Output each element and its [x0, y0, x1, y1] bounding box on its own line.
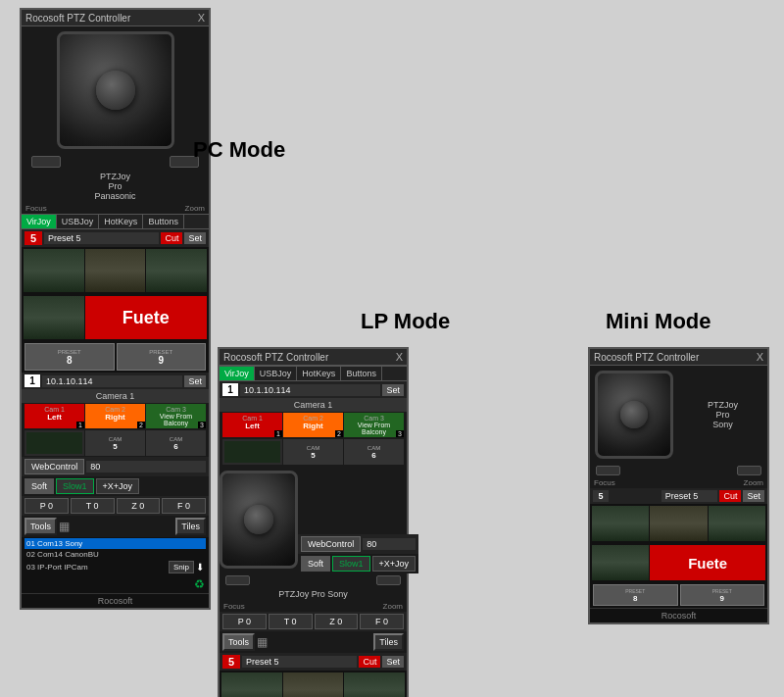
- lp-small-cam-6[interactable]: CAM 6: [344, 439, 404, 465]
- pc-thumb-1[interactable]: [24, 249, 84, 292]
- pc-xjoy-btn[interactable]: +X+Joy: [96, 478, 140, 494]
- mini-thumb-row2: Fuete: [590, 543, 767, 582]
- lp-ip-section: 1 10.1.10.114 Set: [220, 381, 407, 398]
- mini-joystick[interactable]: [595, 371, 673, 459]
- pc-small-cam-6[interactable]: CAM 6: [146, 430, 206, 456]
- mini-cut-btn[interactable]: Cut: [719, 490, 741, 502]
- pc-ptzf-row: P 0 T 0 Z 0 F 0: [22, 496, 209, 516]
- mini-fuete-label: Fuete: [688, 555, 727, 572]
- pc-z0-btn[interactable]: Z 0: [117, 498, 161, 514]
- lp-small-cam-5[interactable]: CAM 5: [283, 439, 343, 465]
- pc-close-btn[interactable]: X: [198, 12, 205, 24]
- pc-f0-btn[interactable]: F 0: [162, 498, 206, 514]
- lp-xjoy-btn[interactable]: +X+Joy: [372, 556, 416, 572]
- pc-tab-usbjoy[interactable]: USBJoy: [57, 215, 100, 228]
- pc-preset-badge-9[interactable]: PRESET 9: [117, 343, 207, 371]
- pc-tab-virjoy[interactable]: VirJoy: [22, 215, 57, 228]
- pc-preset-badge-8[interactable]: PRESET 8: [24, 343, 115, 371]
- lp-cam3-btn[interactable]: Cam 3 View FromBalcony 3: [344, 413, 404, 437]
- mini-joystick-knob: [620, 401, 648, 428]
- pc-tab-hotkeys[interactable]: HotKeys: [99, 215, 143, 228]
- lp-webctrl-row: WebControl 80: [298, 534, 418, 554]
- pc-grid-icon[interactable]: ▦: [59, 520, 70, 533]
- pc-small-cam1[interactable]: [24, 430, 84, 456]
- pc-thumb-2[interactable]: [85, 249, 146, 292]
- pc-cam-name-row: Cam 1 Left 1 Cam 2 Right 2 Cam 3 View Fr…: [22, 403, 209, 429]
- lp-small-cam1[interactable]: [222, 439, 282, 465]
- lp-t0-btn[interactable]: T 0: [269, 614, 313, 629]
- pc-cam-list-item-1[interactable]: 01 Com13 Sony: [24, 538, 206, 549]
- pc-cam3-btn[interactable]: Cam 3 View FromBalcony 3: [146, 404, 206, 428]
- lp-z0-btn[interactable]: Z 0: [315, 614, 359, 629]
- pc-dl-arrow[interactable]: ⬇: [196, 562, 204, 573]
- lp-webctrl-btn[interactable]: WebControl: [301, 536, 361, 552]
- lp-focus-handle[interactable]: [225, 575, 250, 585]
- mini-focus-handle[interactable]: [596, 466, 620, 475]
- lp-soft-btn[interactable]: Soft: [301, 556, 330, 572]
- pc-cam-list-item-3[interactable]: 03 IP-Port IPCam Snip ⬇: [24, 560, 206, 574]
- pc-tiles-btn[interactable]: Tiles: [175, 518, 206, 535]
- lp-p0-btn[interactable]: P 0: [222, 614, 267, 629]
- pc-cam1-btn[interactable]: Cam 1 Left 1: [24, 404, 84, 428]
- pc-recycle-icon[interactable]: ♻: [194, 577, 205, 591]
- lp-tab-usbjoy[interactable]: USBJoy: [255, 367, 298, 380]
- lp-slow1-btn[interactable]: Slow1: [332, 556, 370, 572]
- pc-ip-set-btn[interactable]: Set: [184, 375, 206, 387]
- lp-thumb-1[interactable]: [221, 672, 282, 697]
- pc-preset-badges: PRESET 8 PRESET 9: [22, 341, 209, 373]
- pc-joystick-area: [22, 26, 209, 154]
- pc-joystick[interactable]: [57, 31, 174, 149]
- pc-thumb-4[interactable]: [24, 296, 84, 339]
- pc-p0-btn[interactable]: P 0: [24, 498, 69, 514]
- lp-ptzjoy-label: PTZJoy Pro Sony: [220, 587, 407, 601]
- mini-preset-badge-8[interactable]: PRESET 8: [593, 584, 678, 606]
- pc-cut-btn[interactable]: Cut: [161, 232, 182, 244]
- mini-preset-num: 5: [593, 490, 609, 502]
- mini-mode-label: Mini Mode: [606, 309, 711, 334]
- mini-set-btn[interactable]: Set: [743, 490, 764, 502]
- lp-joystick[interactable]: [220, 471, 298, 569]
- mini-thumb-4[interactable]: [592, 545, 649, 580]
- lp-set-btn[interactable]: Set: [382, 656, 404, 668]
- lp-ip-set-btn[interactable]: Set: [382, 384, 404, 396]
- lp-tab-buttons[interactable]: Buttons: [341, 367, 382, 380]
- lp-cut-btn[interactable]: Cut: [359, 656, 380, 668]
- pc-thumb-3[interactable]: [146, 249, 207, 292]
- lp-tools-btn[interactable]: Tools: [222, 633, 255, 651]
- lp-tab-hotkeys[interactable]: HotKeys: [297, 367, 341, 380]
- pc-webctrl-port: 80: [86, 461, 206, 473]
- pc-small-cam-5[interactable]: CAM 5: [85, 430, 145, 456]
- lp-cam-name-row: Cam 1 Left 1 Cam 2 Right 2 Cam 3 View Fr…: [220, 412, 407, 438]
- pc-focus-handle[interactable]: [31, 156, 61, 168]
- lp-ip-addr: 10.1.10.114: [240, 384, 380, 396]
- lp-thumb-2[interactable]: [283, 672, 344, 697]
- pc-webctrl-btn[interactable]: WebControl: [24, 459, 84, 474]
- pc-snip-btn[interactable]: Snip: [169, 561, 194, 573]
- lp-tab-virjoy[interactable]: VirJoy: [220, 367, 255, 380]
- lp-zoom-handle[interactable]: [376, 575, 401, 585]
- mini-thumb-1[interactable]: [592, 506, 649, 541]
- pc-soft-btn[interactable]: Soft: [24, 478, 54, 494]
- pc-set-btn[interactable]: Set: [184, 232, 206, 244]
- lp-close-btn[interactable]: X: [396, 351, 403, 363]
- lp-thumb-3[interactable]: [344, 672, 405, 697]
- mini-zoom-handle[interactable]: [737, 466, 761, 475]
- lp-cam1-btn[interactable]: Cam 1 Left 1: [222, 413, 282, 437]
- mini-preset-badge-9[interactable]: PRESET 9: [680, 584, 765, 606]
- mini-thumb-3[interactable]: [709, 506, 765, 541]
- pc-cam-list-item-2[interactable]: 02 Com14 CanonBU: [24, 549, 206, 560]
- mini-ptzjoy-area: PTZJoy Pro Sony: [678, 366, 767, 464]
- lp-cam2-btn[interactable]: Cam 2 Right 2: [283, 413, 343, 437]
- pc-t0-btn[interactable]: T 0: [71, 498, 115, 514]
- lp-grid-icon[interactable]: ▦: [257, 635, 268, 649]
- lp-right-section: WebControl 80 Soft Slow1 +X+Joy: [298, 466, 418, 573]
- mini-close-btn[interactable]: X: [757, 351, 763, 363]
- lp-tiles-btn[interactable]: Tiles: [373, 633, 404, 651]
- lp-f0-btn[interactable]: F 0: [360, 614, 404, 629]
- mini-thumb-2[interactable]: [650, 506, 707, 541]
- pc-tab-buttons[interactable]: Buttons: [143, 215, 184, 228]
- lp-soft-row: Soft Slow1 +X+Joy: [298, 554, 418, 573]
- pc-slow1-btn[interactable]: Slow1: [56, 478, 94, 494]
- pc-tools-btn[interactable]: Tools: [24, 518, 57, 535]
- pc-cam2-btn[interactable]: Cam 2 Right 2: [85, 404, 145, 428]
